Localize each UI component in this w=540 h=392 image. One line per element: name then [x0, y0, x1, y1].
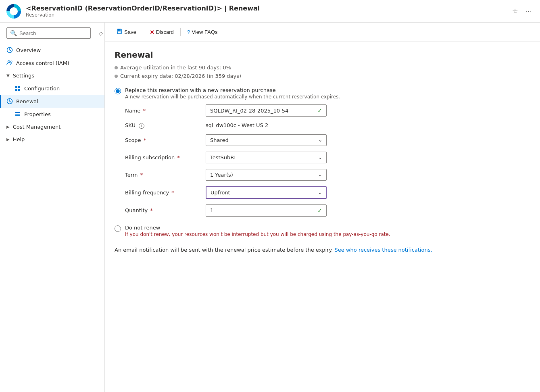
svg-point-2	[10, 61, 12, 63]
chevron-right-icon-cost: ▶	[6, 125, 10, 129]
replace-radio-label[interactable]: Replace this reservation with a new rese…	[125, 87, 276, 93]
header-actions: ☆ ···	[510, 6, 534, 17]
chevron-down-icon: ▼	[6, 73, 10, 78]
form-input-billing-frequency: Upfront ⌄	[206, 186, 327, 199]
sidebar-item-overview-label: Overview	[16, 47, 41, 53]
separator-2	[180, 28, 181, 36]
form-row-quantity: Quantity * 1 ✓	[125, 204, 530, 217]
discard-button[interactable]: ✕ Discard	[146, 27, 177, 38]
scope-chevron-icon: ⌄	[318, 137, 322, 143]
svg-rect-9	[15, 114, 20, 115]
svg-rect-10	[15, 115, 20, 116]
sidebar-group-settings[interactable]: ▼ Settings	[0, 69, 104, 82]
header-main-title: <ReservationID (ReservationOrderID/Reser…	[26, 4, 260, 12]
sidebar-item-properties[interactable]: Properties	[0, 108, 104, 121]
svg-rect-12	[118, 29, 121, 31]
sidebar-item-renewal[interactable]: Renewal	[0, 95, 104, 108]
info-dot-1	[115, 66, 118, 69]
grid-icon	[15, 85, 21, 92]
app-icon-inner	[10, 7, 18, 15]
form-row-name: Name * SQLDW_RI_02-28-2025_10-54 ✓	[125, 104, 530, 117]
main-layout: 🔍 ◇ « Overview	[0, 23, 540, 392]
view-faqs-button[interactable]: ? View FAQs	[184, 27, 221, 38]
form-label-billing-frequency: Billing frequency *	[125, 190, 206, 196]
do-not-renew-sublabel: If you don't renew, your resources won't…	[125, 231, 390, 237]
info-line-2: Current expiry date: 02/28/2026 (in 359 …	[115, 73, 530, 79]
sidebar-item-properties-label: Properties	[24, 111, 51, 117]
svg-rect-8	[15, 112, 20, 113]
form-label-sku: SKU i	[125, 122, 206, 129]
search-box[interactable]: 🔍	[6, 27, 91, 39]
form-row-billing-frequency: Billing frequency * Upfront ⌄	[125, 186, 530, 199]
sidebar-item-configuration[interactable]: Configuration	[0, 82, 104, 95]
sidebar-item-configuration-label: Configuration	[24, 85, 60, 92]
sidebar-group-cost-management[interactable]: ▶ Cost Management	[0, 121, 104, 133]
no-renew-radio[interactable]	[115, 225, 121, 232]
svg-rect-5	[15, 89, 17, 91]
more-options-button[interactable]: ···	[523, 6, 534, 17]
discard-icon: ✕	[150, 29, 154, 35]
form-input-scope: Shared ⌄	[206, 134, 327, 146]
notification-message: An email notification will be sent with …	[115, 247, 333, 253]
term-value: 1 Year(s)	[210, 172, 233, 178]
name-input[interactable]: SQLDW_RI_02-28-2025_10-54 ✓	[206, 104, 327, 117]
favorite-button[interactable]: ☆	[510, 6, 520, 17]
faqs-icon: ?	[187, 29, 190, 35]
required-star-scope: *	[142, 137, 146, 143]
billing-frequency-dropdown[interactable]: Upfront ⌄	[206, 186, 327, 199]
svg-rect-3	[15, 86, 17, 88]
bars-icon	[15, 111, 21, 117]
scope-dropdown[interactable]: Shared ⌄	[206, 134, 327, 146]
search-icon: 🔍	[10, 30, 17, 36]
required-star-freq: *	[170, 190, 174, 196]
form-row-billing-subscription: Billing subscription * TestSubRI ⌄	[125, 152, 530, 163]
form-fields: Name * SQLDW_RI_02-28-2025_10-54 ✓ SKU	[125, 104, 530, 217]
info-line-1: Average utilization in the last 90 days:…	[115, 65, 530, 71]
svg-point-1	[8, 61, 10, 63]
clock-icon	[6, 47, 13, 53]
svg-rect-6	[18, 89, 20, 91]
sidebar-item-overview[interactable]: Overview	[0, 44, 104, 56]
quantity-input[interactable]: 1 ✓	[206, 204, 327, 217]
sku-value: sql_dw100c - West US 2	[206, 122, 268, 128]
sidebar-group-settings-label: Settings	[13, 73, 34, 79]
billing-subscription-chevron-icon: ⌄	[318, 154, 322, 160]
form-row-term: Term * 1 Year(s) ⌄	[125, 169, 530, 181]
notification-link[interactable]: See who receives these notifications.	[335, 247, 432, 253]
sidebar: 🔍 ◇ « Overview	[0, 23, 105, 392]
page-content: Renewal Average utilization in the last …	[105, 42, 540, 261]
sidebar-group-help[interactable]: ▶ Help	[0, 133, 104, 146]
billing-frequency-value: Upfront	[211, 190, 230, 196]
billing-subscription-value: TestSubRI	[210, 154, 236, 161]
save-label: Save	[124, 29, 136, 35]
sidebar-group-cost-management-label: Cost Management	[13, 124, 61, 130]
form-value-sku: sql_dw100c - West US 2	[206, 122, 327, 128]
page-title: Renewal	[115, 50, 530, 60]
form-label-quantity: Quantity *	[125, 207, 206, 213]
replace-radio[interactable]	[115, 88, 121, 94]
required-star-billing: *	[175, 154, 180, 161]
search-input[interactable]	[19, 30, 87, 36]
sidebar-item-iam[interactable]: Access control (IAM)	[0, 56, 104, 69]
form-label-scope: Scope *	[125, 137, 206, 143]
info-text-2: Current expiry date: 02/28/2026 (in 359 …	[120, 73, 241, 79]
sidebar-adjust-button[interactable]: ◇	[96, 29, 105, 38]
sku-info-icon[interactable]: i	[139, 123, 144, 129]
billing-frequency-chevron-icon: ⌄	[318, 190, 322, 195]
name-check-icon: ✓	[317, 107, 322, 114]
discard-label: Discard	[156, 29, 174, 35]
do-not-renew-option: Do not renew If you don't renew, your re…	[115, 225, 530, 237]
do-not-renew-label[interactable]: Do not renew	[125, 225, 160, 231]
save-button[interactable]: Save	[113, 26, 140, 38]
name-value: SQLDW_RI_02-28-2025_10-54	[210, 108, 288, 114]
quantity-value: 1	[210, 207, 213, 213]
billing-subscription-dropdown[interactable]: TestSubRI ⌄	[206, 152, 327, 163]
form-input-name: SQLDW_RI_02-28-2025_10-54 ✓	[206, 104, 327, 117]
notification-text: An email notification will be sent with …	[115, 247, 530, 253]
form-row-sku: SKU i sql_dw100c - West US 2	[125, 122, 530, 129]
quantity-check-icon: ✓	[317, 207, 322, 214]
term-dropdown[interactable]: 1 Year(s) ⌄	[206, 169, 327, 181]
form-label-name: Name *	[125, 108, 206, 114]
svg-rect-13	[118, 32, 121, 33]
people-icon	[6, 60, 13, 66]
